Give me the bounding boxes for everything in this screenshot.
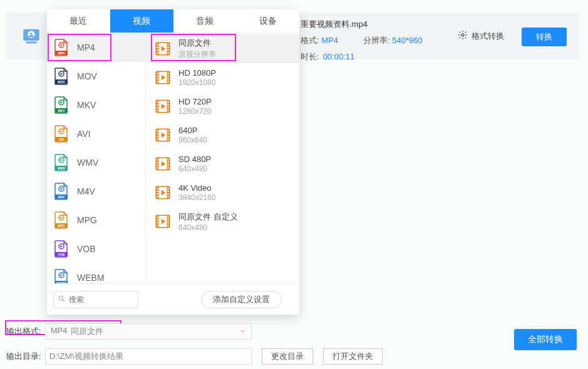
svg-text:MPG: MPG xyxy=(58,224,65,228)
svg-rect-87 xyxy=(168,138,169,139)
resolution-sub: 640x480 xyxy=(178,164,211,173)
svg-rect-48 xyxy=(168,44,169,45)
svg-rect-45 xyxy=(157,47,158,48)
svg-rect-82 xyxy=(157,136,158,137)
svg-rect-93 xyxy=(157,162,158,163)
format-label: MP4 xyxy=(77,43,95,53)
format-label: 格式: xyxy=(301,36,319,45)
svg-text:MOV: MOV xyxy=(58,80,65,84)
file-icon-mkv: MKV xyxy=(53,96,70,114)
duration-label: 时长: xyxy=(301,50,319,64)
search-input[interactable] xyxy=(69,295,134,304)
svg-rect-62 xyxy=(168,78,169,79)
film-icon xyxy=(155,69,171,86)
file-icon-avi: AVI xyxy=(53,124,70,143)
resolution-item[interactable]: 640P960x640 xyxy=(146,121,299,149)
format-item-mov[interactable]: MOVMOV xyxy=(47,62,145,91)
resolution-sub: 1920x1080 xyxy=(178,78,216,87)
output-dir-input[interactable] xyxy=(45,348,252,365)
svg-rect-120 xyxy=(168,216,169,218)
file-icon-mpg: MPG xyxy=(53,211,70,230)
resolution-main: 640P xyxy=(178,126,207,135)
svg-rect-118 xyxy=(157,222,158,223)
svg-rect-108 xyxy=(168,188,169,189)
svg-rect-49 xyxy=(168,47,169,48)
format-item-m4v[interactable]: M4VM4V xyxy=(47,177,145,206)
tab-device[interactable]: 设备 xyxy=(236,9,299,33)
output-format-value: MP4 xyxy=(51,326,68,337)
svg-text:AVI: AVI xyxy=(59,138,64,141)
format-item-wmv[interactable]: WMVWMV xyxy=(47,148,145,177)
resolution-item[interactable]: SD 480P640x480 xyxy=(146,149,299,178)
format-list-scroll[interactable]: MP4MP4MOVMOVMKVMKVAVIAVIWMVWMVM4VM4VMPGM… xyxy=(47,33,145,283)
search-box[interactable] xyxy=(53,291,138,308)
svg-rect-44 xyxy=(157,44,158,45)
svg-rect-59 xyxy=(157,81,158,82)
svg-rect-84 xyxy=(168,130,169,131)
svg-rect-74 xyxy=(168,107,169,108)
file-thumbnail-icon xyxy=(13,18,50,55)
bottom-bar: 输出格式: MP4 同原文件 输出目录: 更改目录 打开文件夹 全部转换 xyxy=(0,319,588,369)
resolution-item[interactable]: 4K Video3840x2160 xyxy=(146,178,299,207)
svg-point-4 xyxy=(462,34,464,36)
resolution-main: SD 480P xyxy=(178,154,211,164)
svg-rect-122 xyxy=(168,222,169,223)
resolution-main: HD 1080P xyxy=(178,68,216,78)
format-item-avi[interactable]: AVIAVI xyxy=(47,119,145,148)
svg-rect-106 xyxy=(157,193,158,195)
format-item-mpg[interactable]: MPGMPG xyxy=(47,206,145,235)
open-folder-button[interactable]: 打开文件夹 xyxy=(323,348,383,365)
format-label: MOV xyxy=(77,71,97,81)
tab-video[interactable]: 视频 xyxy=(110,9,173,33)
resolution-sub: 3840x2160 xyxy=(178,193,215,202)
output-format-label: 输出格式: xyxy=(6,326,41,337)
add-custom-button[interactable]: 添加自定义设置 xyxy=(201,291,282,308)
resolution-item[interactable]: 同原文件 自定义640x480 xyxy=(146,207,299,236)
resolution-label: 分辨率: xyxy=(363,36,390,45)
svg-rect-85 xyxy=(168,133,169,134)
format-item-mp4[interactable]: MP4MP4 xyxy=(47,33,145,62)
format-item-webm[interactable]: WEBMWEBM xyxy=(47,263,145,283)
svg-rect-69 xyxy=(157,104,158,106)
resolution-item[interactable]: HD 720P1280x720 xyxy=(146,92,299,121)
svg-rect-94 xyxy=(157,164,158,166)
resolution-item[interactable]: HD 1080P1920x1080 xyxy=(146,63,299,92)
svg-line-126 xyxy=(63,300,64,301)
resolution-sub: 原视分辨率 xyxy=(178,49,216,60)
search-icon xyxy=(58,295,66,305)
resolution-sub: 1280x720 xyxy=(178,107,212,116)
convert-all-button[interactable]: 全部转换 xyxy=(514,329,577,350)
film-icon xyxy=(155,156,171,172)
convert-button[interactable]: 转换 xyxy=(522,28,567,46)
svg-rect-61 xyxy=(168,76,169,77)
format-convert-label: 格式转换 xyxy=(472,31,504,42)
chevron-down-icon xyxy=(239,327,246,336)
svg-rect-46 xyxy=(157,49,158,51)
svg-rect-83 xyxy=(157,138,158,139)
change-dir-button[interactable]: 更改目录 xyxy=(262,348,313,365)
resolution-main: 同原文件 自定义 xyxy=(178,211,238,223)
format-item-vob[interactable]: VOBVOB xyxy=(47,235,145,263)
format-label: AVI xyxy=(77,129,91,139)
format-value: MP4 xyxy=(321,36,338,45)
svg-rect-70 xyxy=(157,107,158,108)
resolution-sub: 960x640 xyxy=(178,136,207,144)
file-name: 重要视频资料.mp4 xyxy=(301,18,368,31)
tab-recent[interactable]: 最近 xyxy=(47,9,110,33)
resolution-sub: 640x480 xyxy=(178,223,238,232)
svg-rect-68 xyxy=(157,101,158,103)
tab-audio[interactable]: 音频 xyxy=(173,9,237,33)
file-icon-mov: MOV xyxy=(53,67,70,86)
svg-rect-57 xyxy=(157,76,158,77)
svg-rect-119 xyxy=(157,225,158,226)
svg-rect-109 xyxy=(168,191,169,192)
resolution-item[interactable]: 同原文件原视分辨率 xyxy=(146,34,299,63)
svg-text:M4V: M4V xyxy=(58,195,65,199)
svg-rect-72 xyxy=(168,101,169,103)
film-icon xyxy=(155,41,171,57)
svg-rect-75 xyxy=(168,109,169,111)
format-convert-button[interactable]: 格式转换 xyxy=(458,30,504,42)
format-item-mkv[interactable]: MKVMKV xyxy=(47,91,145,119)
output-format-select[interactable]: MP4 同原文件 xyxy=(45,323,252,340)
svg-rect-105 xyxy=(157,191,158,192)
